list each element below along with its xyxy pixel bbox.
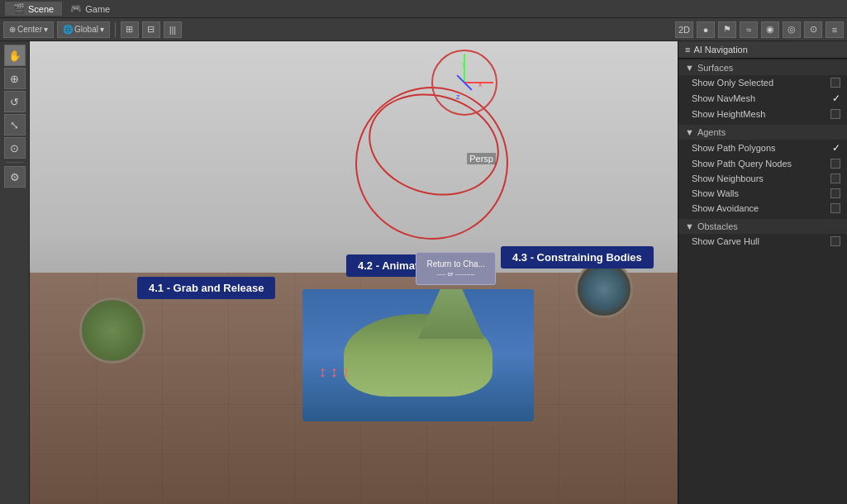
- terrain-base: [302, 289, 534, 421]
- global-icon: 🌐: [63, 25, 73, 34]
- game-tab-label: Game: [85, 4, 110, 14]
- show-path-query-nodes-checkbox[interactable]: [830, 159, 840, 169]
- show-path-polygons-check: ✓: [832, 142, 840, 154]
- top-bar: 🎬 Scene 🎮 Game: [0, 0, 847, 18]
- center-btn[interactable]: ⊕ Center ▾: [3, 21, 54, 38]
- show-walls-item[interactable]: Show Walls: [678, 186, 847, 201]
- toolbar-right: 2D ● ⚑ ≈ ◉ ◎ ⊙ ≡: [675, 21, 844, 38]
- sep1: [115, 22, 116, 37]
- hand-tool[interactable]: ✋: [4, 45, 26, 66]
- global-chevron: ▾: [100, 25, 104, 34]
- scene-tab-label: Scene: [28, 4, 54, 14]
- show-only-selected-item[interactable]: Show Only Selected: [678, 75, 847, 90]
- center-label: Center: [17, 25, 42, 34]
- panel-title: AI Navigation: [693, 45, 747, 55]
- show-heightmesh-label: Show HeightMesh: [692, 109, 765, 119]
- show-avoidance-checkbox[interactable]: [830, 203, 840, 213]
- layout-btn[interactable]: ⊞: [121, 21, 139, 38]
- show-only-selected-label: Show Only Selected: [692, 78, 773, 88]
- scale-tool[interactable]: ⤡: [4, 114, 26, 136]
- show-neighbours-item[interactable]: Show Neighbours: [678, 171, 847, 186]
- show-navmesh-check: ✓: [832, 93, 840, 104]
- scene-icon: 🎬: [13, 3, 25, 14]
- surfaces-section: ▼ Surfaces Show Only Selected Show NavMe…: [678, 59, 847, 123]
- show-neighbours-label: Show Neighbours: [692, 174, 764, 183]
- show-carve-hull-checkbox[interactable]: [830, 236, 840, 246]
- show-heightmesh-item[interactable]: Show HeightMesh: [678, 107, 847, 121]
- show-neighbours-checkbox[interactable]: [830, 174, 840, 183]
- show-walls-checkbox[interactable]: [830, 188, 840, 198]
- nav-header-icon: ≡: [685, 45, 690, 55]
- rotate-tool[interactable]: ↺: [4, 91, 26, 112]
- center-chevron: ▾: [44, 25, 48, 34]
- camera-gizmo: y x z: [431, 50, 497, 116]
- show-navmesh-item[interactable]: Show NavMesh ✓: [678, 90, 847, 107]
- global-btn[interactable]: 🌐 Global ▾: [57, 21, 110, 38]
- left-toolbar: ✋ ⊕ ↺ ⤡ ⊙ ⚙: [0, 41, 30, 504]
- show-avoidance-item[interactable]: Show Avoidance: [678, 201, 847, 216]
- gizmo-btn[interactable]: ◎: [783, 21, 801, 38]
- surfaces-label: Surfaces: [697, 63, 733, 73]
- return-label: Return to Cha...: [426, 259, 485, 269]
- show-carve-hull-label: Show Carve Hull: [692, 236, 759, 246]
- show-only-selected-checkbox[interactable]: [830, 78, 840, 88]
- preview-thumb-1: [79, 297, 145, 364]
- path-indicators: ↕ ↕ ↕: [319, 364, 350, 381]
- rect-tool[interactable]: ⊙: [4, 137, 26, 159]
- game-icon: 🎮: [70, 3, 82, 14]
- show-navmesh-label: Show NavMesh: [692, 93, 755, 103]
- ai-nav-panel: ≡ AI Navigation ▼ Surfaces Show Only Sel…: [678, 41, 847, 504]
- obstacles-label: Obstacles: [697, 221, 738, 231]
- show-path-query-nodes-label: Show Path Query Nodes: [692, 159, 792, 169]
- surfaces-header[interactable]: ▼ Surfaces: [678, 60, 847, 75]
- show-path-query-nodes-item[interactable]: Show Path Query Nodes: [678, 156, 847, 171]
- label-constraining-bodies[interactable]: 4.3 - Constraining Bodies: [501, 246, 654, 269]
- terrain-land: [344, 314, 492, 397]
- left-sep: [6, 162, 24, 163]
- more-btn[interactable]: ≡: [826, 21, 844, 38]
- label-grab-release[interactable]: 4.1 - Grab and Release: [137, 277, 275, 299]
- 2d-btn[interactable]: 2D: [675, 21, 693, 38]
- ruler-btn[interactable]: |||: [164, 21, 182, 38]
- move-tool[interactable]: ⊕: [4, 68, 26, 89]
- perspective-label: Persp: [467, 153, 496, 164]
- fx-btn[interactable]: ≈: [740, 21, 758, 38]
- agents-section: ▼ Agents Show Path Polygons ✓ Show Path …: [678, 123, 847, 217]
- agents-header[interactable]: ▼ Agents: [678, 125, 847, 140]
- render-btn[interactable]: ⊙: [804, 21, 822, 38]
- agents-label: Agents: [697, 127, 726, 137]
- main-toolbar: ⊕ Center ▾ 🌐 Global ▾ ⊞ ⊟ ||| 2D ● ⚑ ≈ ◉…: [0, 18, 847, 41]
- terrain-mountain: [418, 289, 484, 339]
- agents-triangle: ▼: [685, 127, 694, 137]
- show-path-polygons-item[interactable]: Show Path Polygons ✓: [678, 140, 847, 156]
- show-carve-hull-item[interactable]: Show Carve Hull: [678, 234, 847, 249]
- global-label: Global: [74, 25, 98, 34]
- obstacles-triangle: ▼: [685, 221, 694, 231]
- show-walls-label: Show Walls: [692, 188, 739, 198]
- return-button[interactable]: Return to Cha... ---- or ---------: [416, 252, 496, 285]
- obstacles-header[interactable]: ▼ Obstacles: [678, 219, 847, 234]
- scene-viewport[interactable]: 4.1 - Grab and Release 4.2 - Animation T…: [30, 41, 678, 504]
- obstacles-section: ▼ Obstacles Show Carve Hull: [678, 217, 847, 250]
- lighting-btn[interactable]: ●: [697, 21, 715, 38]
- center-icon: ⊕: [9, 25, 16, 34]
- main-layout: ✋ ⊕ ↺ ⤡ ⊙ ⚙ 4.1 - Grab and Release 4.2 -…: [0, 41, 847, 504]
- show-heightmesh-checkbox[interactable]: [830, 109, 840, 119]
- panel-header: ≡ AI Navigation: [678, 41, 847, 59]
- return-sub: ---- or ---------: [437, 270, 475, 278]
- surfaces-triangle: ▼: [685, 63, 694, 73]
- show-path-polygons-label: Show Path Polygons: [692, 143, 776, 153]
- tab-scene[interactable]: 🎬 Scene: [5, 2, 62, 16]
- audio-btn[interactable]: ⚑: [718, 21, 736, 38]
- show-avoidance-label: Show Avoidance: [692, 203, 759, 213]
- preview-thumb-2: [575, 260, 633, 318]
- snap-btn[interactable]: ⊟: [142, 21, 160, 38]
- tab-game[interactable]: 🎮 Game: [62, 2, 118, 16]
- settings-tool[interactable]: ⚙: [4, 166, 26, 188]
- scene-visibility-btn[interactable]: ◉: [761, 21, 779, 38]
- gizmo-circle: y x z: [431, 50, 497, 116]
